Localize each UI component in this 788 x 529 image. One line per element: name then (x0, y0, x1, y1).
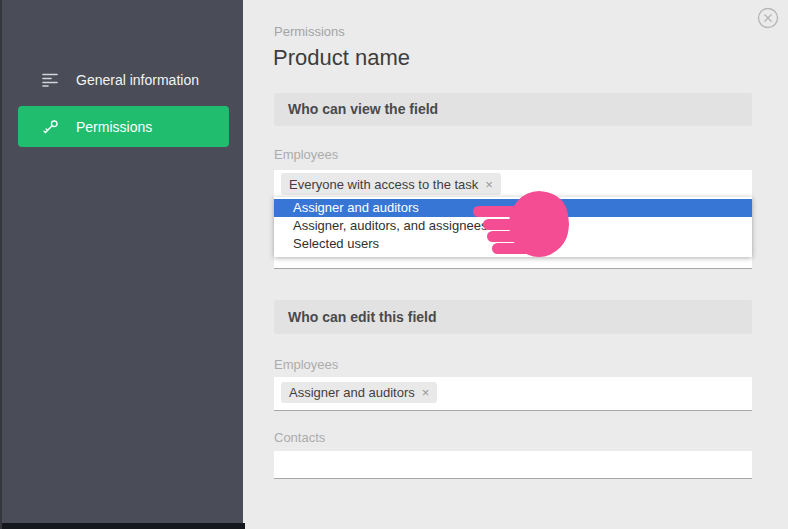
selected-tag: Assigner and auditors × (281, 382, 437, 403)
sidebar-bottom-strip (2, 523, 245, 529)
sidebar-item-label: General information (76, 72, 199, 88)
dropdown-option-assigner-auditors[interactable]: Assigner and auditors (274, 199, 752, 217)
dropdown-option-selected-users[interactable]: Selected users (274, 235, 752, 253)
employees-dropdown: Assigner and auditors Assigner, auditors… (274, 197, 752, 257)
selected-tag: Everyone with access to the task × (281, 173, 501, 195)
tag-remove-icon[interactable]: × (422, 385, 430, 400)
sidebar-item-permissions[interactable]: Permissions (18, 106, 229, 147)
close-button[interactable] (757, 7, 779, 29)
sidebar-item-general-information[interactable]: General information (18, 61, 229, 99)
contacts-label: Contacts (274, 430, 325, 445)
employees-edit-label: Employees (274, 357, 338, 372)
dropdown-option-assigner-auditors-assignees[interactable]: Assigner, auditors, and assignees (274, 217, 752, 235)
list-lines-icon (42, 71, 60, 89)
sidebar-item-label: Permissions (76, 119, 152, 135)
section-header-edit: Who can edit this field (274, 300, 752, 334)
key-icon (42, 118, 60, 136)
employees-edit-input[interactable]: Assigner and auditors × (274, 377, 752, 411)
breadcrumb: Permissions (274, 24, 345, 39)
tag-label: Assigner and auditors (289, 385, 415, 400)
contacts-input[interactable] (274, 451, 752, 479)
sidebar: General information Permissions (0, 0, 243, 529)
employees-view-label: Employees (274, 147, 338, 162)
page-title: Product name (273, 45, 410, 71)
close-icon (757, 7, 779, 29)
permissions-dialog: General information Permissions (0, 0, 788, 529)
tag-remove-icon[interactable]: × (485, 177, 493, 192)
tag-label: Everyone with access to the task (289, 177, 478, 192)
section-header-view: Who can view the field (274, 93, 752, 126)
